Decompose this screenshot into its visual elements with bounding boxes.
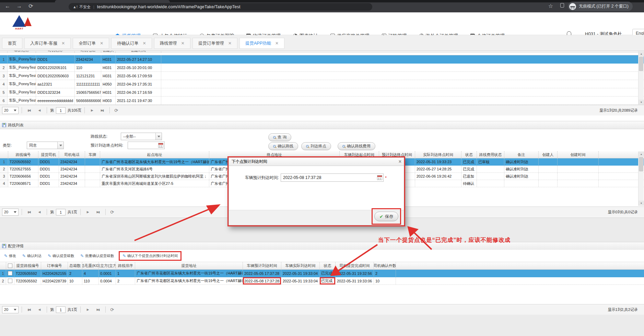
page-size-select[interactable]: 20 — [2, 209, 19, 216]
close-icon[interactable]: ✕ — [181, 41, 185, 46]
close-icon[interactable]: ✕ — [143, 41, 146, 46]
side-panel-icon[interactable] — [559, 3, 565, 9]
last-page-button[interactable]: ▶ — [94, 209, 102, 216]
scroll-up-icon[interactable]: ▲ — [639, 51, 644, 56]
close-icon[interactable]: ✕ — [61, 41, 65, 46]
table-row[interactable]: 1车队_PonnyTestDDD123424234H0312022-05-27 … — [0, 55, 644, 64]
page-number-input[interactable]: 1 — [56, 209, 66, 215]
column-header[interactable]: 总立方(立方) — [99, 262, 116, 269]
prev-page-button[interactable]: ◀ — [35, 107, 44, 114]
column-header[interactable]: 备注 — [504, 151, 539, 158]
bookmark-star-icon[interactable]: ☆ — [547, 3, 554, 9]
column-header[interactable] — [0, 262, 6, 269]
back-icon[interactable]: ← — [4, 3, 11, 9]
column-header[interactable]: 提货地址 — [135, 262, 243, 269]
first-page-button[interactable]: ◀ — [25, 209, 33, 216]
refresh-icon[interactable]: ⟳ — [110, 210, 114, 215]
close-icon[interactable]: × — [399, 159, 401, 164]
table-row[interactable]: 2T220505592H2204228739101100.00042广东省广州市… — [0, 277, 644, 285]
refresh-icon[interactable]: ⟳ — [27, 3, 34, 9]
table-row[interactable]: 4车队_PonnyTestaa123211111111111111H050202… — [0, 80, 644, 88]
browser-tab[interactable] — [55, 0, 170, 2]
arrive-end-button[interactable]: 到达终点 — [301, 142, 331, 150]
column-header[interactable]: 司机电话 — [75, 51, 101, 53]
column-header[interactable] — [0, 151, 8, 158]
scrollbar-vertical[interactable]: ▲ ▼ — [638, 51, 644, 105]
tab-route-mgmt[interactable]: 路线管理✕ — [154, 38, 190, 49]
column-header[interactable]: 车辆预计到达时间 — [243, 262, 281, 269]
refresh-icon[interactable]: ⟳ — [114, 108, 118, 113]
column-header[interactable]: 车辆实际到达时间 — [281, 262, 320, 269]
column-header[interactable]: 实际到达终点时间 — [415, 151, 461, 158]
modal-title-bar[interactable]: 下个点预计到达时间 × — [229, 158, 404, 166]
chevron-down-icon[interactable] — [57, 142, 63, 149]
tab-pickup-order-mgmt[interactable]: 提货订单管理✕ — [192, 38, 237, 49]
eta-datetime-input[interactable]: 2022-05-08 17:37:28 — [281, 173, 384, 182]
tab-home[interactable]: 首页 — [2, 38, 22, 49]
first-page-button[interactable]: ◀ — [25, 306, 33, 313]
prev-page-button[interactable]: ◀ — [35, 306, 44, 313]
table-row[interactable]: 3车队_PonnyTestDDD12022050603112121231H031… — [0, 72, 644, 80]
page-size-select[interactable]: 20 — [2, 306, 19, 313]
page-number-input[interactable]: 1 — [56, 107, 66, 114]
next-page-button[interactable]: ▶ — [84, 209, 92, 216]
eta-filter-input[interactable] — [128, 142, 165, 149]
tab-all-orders[interactable]: 全部订单✕ — [73, 38, 109, 49]
first-page-button[interactable]: ◀ — [25, 107, 33, 114]
calendar-icon[interactable] — [377, 175, 382, 180]
batch-confirm-box-count-button[interactable]: ✎批量确认提货箱数 — [79, 253, 115, 259]
confirm-next-point-eta-button[interactable]: ✎确认下个提货点的预计到达时间 — [119, 251, 182, 261]
chevron-down-icon[interactable] — [155, 133, 162, 140]
tab-pickup-app[interactable]: 提货APP功能✕ — [239, 38, 284, 49]
forward-icon[interactable]: → — [16, 3, 23, 9]
column-header[interactable]: 路线编号 — [8, 151, 38, 158]
confirm-route-fee-button[interactable]: 确认路线费用 — [338, 142, 375, 150]
column-header[interactable]: 司机确认件数 — [374, 262, 396, 269]
next-page-button[interactable]: ▶ — [84, 306, 92, 313]
column-header[interactable]: 起点地址 — [100, 151, 209, 158]
table-row[interactable]: 6车队_PonnyTesteeeeeeeeedddddddd5666666666… — [0, 97, 644, 105]
query-button[interactable]: 查 询 — [268, 133, 291, 141]
column-header[interactable]: 创建人 — [539, 151, 558, 158]
confirm-route-button[interactable]: 确认路线 — [268, 142, 298, 150]
save-button[interactable]: ✔ 保存 — [374, 212, 398, 221]
scroll-thumb[interactable] — [639, 57, 643, 71]
column-header[interactable]: 路线费用状态 — [477, 151, 504, 158]
table-row[interactable]: 1T220505592H2204262155240.00011广东省广州市花都区… — [0, 270, 644, 277]
route-status-select[interactable]: --全部-- — [121, 133, 162, 140]
table-row[interactable]: 2车队_PonnyTestDDD1220205101110H0312022-05… — [0, 64, 644, 72]
incognito-badge[interactable]: 无痕模式 (已打开 2 个窗口) — [568, 2, 633, 11]
calendar-icon[interactable] — [158, 143, 163, 148]
column-header[interactable] — [0, 51, 8, 53]
column-header[interactable]: 总箱数 — [68, 262, 82, 269]
page-size-select[interactable]: 20 — [2, 107, 19, 114]
scrollbar-vertical[interactable]: ▲ ▼ — [638, 152, 644, 206]
column-header[interactable]: 订单编号 — [41, 262, 68, 269]
column-header[interactable]: 路线排序 — [116, 262, 135, 269]
column-header[interactable]: 创建时间 — [116, 51, 161, 53]
page-number-input[interactable]: 1 — [56, 306, 66, 313]
last-page-button[interactable]: ▶ — [98, 107, 106, 114]
confirm-arrival-button[interactable]: ✎确认到达 — [21, 253, 43, 259]
column-header[interactable]: 车队名称 — [8, 51, 36, 53]
prev-page-button[interactable]: ◀ — [35, 209, 44, 216]
refresh-icon[interactable]: ⟳ — [110, 307, 114, 312]
column-header[interactable]: 司机电话 — [59, 151, 85, 158]
close-icon[interactable]: ✕ — [275, 41, 279, 46]
column-header[interactable]: 创建时间 — [558, 151, 599, 158]
table-row[interactable]: 5车队_PonnyTestDDD1323234150657566567H0312… — [0, 88, 644, 97]
column-header[interactable]: 创建人 — [101, 51, 116, 53]
scroll-down-icon[interactable]: ▼ — [639, 100, 644, 105]
row-checkbox[interactable] — [8, 279, 12, 283]
column-header[interactable]: 提货司机 — [38, 151, 59, 158]
column-header[interactable] — [6, 262, 14, 269]
edit-button[interactable]: ✎修改 — [3, 253, 17, 259]
scroll-thumb[interactable] — [639, 157, 643, 171]
tab-pending-orders[interactable]: 待确认订单✕ — [111, 38, 152, 49]
type-select[interactable]: 同意 — [27, 142, 64, 149]
last-page-button[interactable]: ▶ — [94, 306, 102, 313]
column-header[interactable]: 车牌 — [85, 151, 100, 158]
next-page-button[interactable]: ▶ — [88, 107, 96, 114]
column-header[interactable]: 状态 — [461, 151, 477, 158]
url-bar[interactable]: ▲! 不安全 | testtrunkbookingmgr.hart-worldw… — [69, 3, 372, 11]
